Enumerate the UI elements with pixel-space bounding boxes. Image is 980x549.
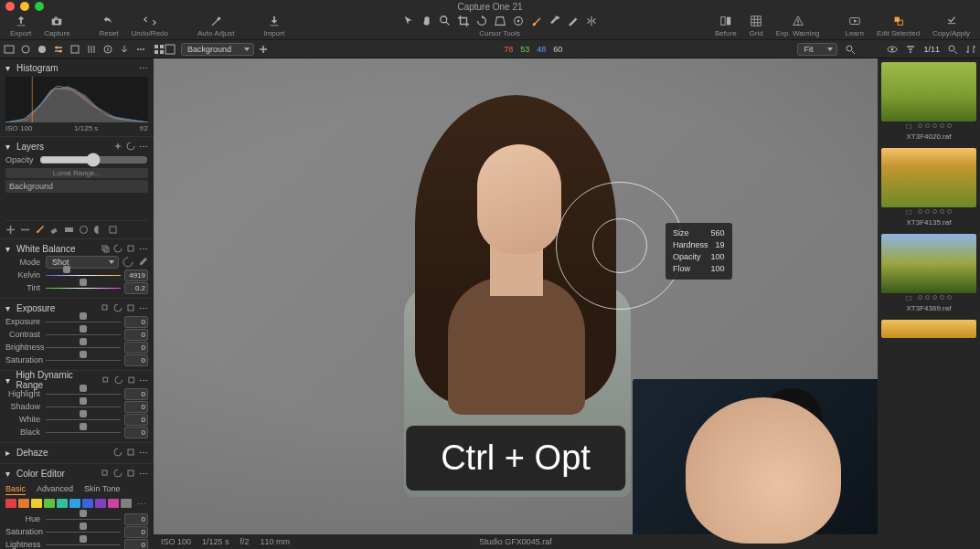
mirror-tool-icon[interactable] (585, 15, 598, 27)
before-button[interactable]: Before (708, 15, 743, 37)
preset-icon[interactable] (126, 469, 135, 478)
more-icon[interactable]: ⋯ (139, 375, 148, 385)
mask-gradient-icon[interactable] (64, 225, 74, 235)
color-swatch-0[interactable] (5, 499, 16, 508)
chevron-down-icon[interactable]: ▾ (5, 375, 13, 385)
wb-picker-icon[interactable] (137, 257, 148, 268)
hdr-value-2[interactable]: 0 (124, 414, 148, 426)
tint-value[interactable]: 0.2 (124, 282, 148, 294)
copy-icon[interactable] (101, 244, 110, 253)
close-window-icon[interactable] (5, 2, 15, 11)
copy-icon[interactable] (101, 469, 110, 478)
reset-button[interactable]: Reset (93, 15, 125, 37)
rotate-tool-icon[interactable] (475, 15, 488, 27)
adjust-tab-icon[interactable] (53, 44, 64, 55)
color-swatch-9[interactable] (121, 499, 132, 508)
color-swatch-7[interactable] (95, 499, 106, 508)
exp-warning-button[interactable]: Exp. Warning (770, 15, 826, 37)
luma-range-button[interactable]: Luma Range... (5, 168, 148, 178)
color-swatch-1[interactable] (18, 499, 29, 508)
image-canvas[interactable]: Size560 Hardness19 Opacity100 Flow100 Ct… (154, 58, 878, 534)
more-icon[interactable]: ⋯ (139, 244, 148, 253)
search-thumbs-icon[interactable] (947, 44, 958, 55)
swatch-more-icon[interactable]: ⋯ (137, 499, 146, 509)
color-swatch-4[interactable] (57, 499, 68, 508)
color-swatch-6[interactable] (82, 499, 93, 508)
layer-item-background[interactable]: Background (5, 180, 148, 193)
thumb-rating[interactable]: ☐ (881, 123, 976, 131)
tint-slider[interactable] (46, 282, 121, 293)
thumb-rating[interactable]: ☐ (881, 295, 976, 302)
preset-icon[interactable] (126, 303, 135, 312)
reset-icon[interactable] (113, 244, 122, 253)
ce-value-1[interactable]: 0 (124, 526, 148, 538)
image-viewer[interactable]: Size560 Hardness19 Opacity100 Flow100 Ct… (154, 58, 878, 549)
kelvin-value[interactable]: 4919 (124, 269, 148, 281)
ce-tab-basic[interactable]: Basic (5, 484, 26, 495)
hdr-value-1[interactable]: 0 (124, 401, 148, 413)
filter-icon[interactable] (905, 44, 916, 55)
exposure-value-3[interactable]: 0 (124, 354, 148, 366)
import-button[interactable]: Import (257, 15, 291, 37)
hdr-value-3[interactable]: 0 (124, 427, 148, 438)
search-icon[interactable] (845, 44, 856, 55)
color-swatch-3[interactable] (44, 499, 55, 508)
cycle-icon[interactable] (122, 257, 133, 268)
chevron-down-icon[interactable]: ▾ (5, 63, 13, 73)
capture-tab-icon[interactable] (20, 44, 31, 55)
auto-icon[interactable] (113, 142, 122, 151)
more-tab-icon[interactable] (135, 44, 146, 55)
reset-icon[interactable] (113, 448, 122, 457)
delete-layer-icon[interactable] (20, 225, 30, 235)
adjustments-tab-icon[interactable] (86, 44, 97, 55)
copy-icon[interactable] (101, 375, 111, 385)
spot-tool-icon[interactable] (512, 15, 525, 27)
exposure-value-1[interactable]: 0 (124, 329, 148, 341)
learn-button[interactable]: Learn (838, 15, 869, 37)
thumbnail-2[interactable]: ☐ XT3F4369.raf (881, 234, 976, 312)
edit-selected-button[interactable]: Edit Selected (870, 15, 926, 37)
layer-opacity-slider[interactable] (39, 155, 148, 164)
details-tab-icon[interactable] (69, 44, 80, 55)
exposure-value-2[interactable]: 0 (124, 342, 148, 354)
view-grid-icon[interactable] (154, 44, 165, 55)
capture-button[interactable]: Capture (37, 15, 76, 37)
library-tab-icon[interactable] (4, 44, 15, 55)
undo-redo-button[interactable]: Undo/Redo (125, 15, 175, 37)
maximize-window-icon[interactable] (35, 2, 44, 11)
ce-value-2[interactable]: 0 (124, 539, 148, 550)
preset-icon[interactable] (126, 244, 135, 253)
thumbnail-3[interactable] (881, 320, 976, 338)
hand-tool-icon[interactable] (421, 15, 433, 27)
chevron-down-icon[interactable]: ▾ (5, 142, 13, 152)
reset-icon[interactable] (114, 375, 123, 385)
chevron-down-icon[interactable]: ▾ (5, 469, 13, 479)
chevron-down-icon[interactable]: ▾ (5, 303, 13, 313)
crop-tool-icon[interactable] (457, 15, 470, 27)
preset-icon[interactable] (126, 448, 135, 457)
chevron-down-icon[interactable]: ▾ (5, 244, 13, 254)
metadata-tab-icon[interactable] (102, 44, 113, 55)
thumbnail-0[interactable]: ☐ XT3F4020.raf (881, 62, 976, 141)
color-swatch-8[interactable] (108, 499, 119, 508)
mask-erase-icon[interactable] (49, 225, 59, 235)
more-icon[interactable]: ⋯ (139, 448, 148, 457)
keystone-tool-icon[interactable] (494, 15, 506, 27)
output-tab-icon[interactable] (119, 44, 130, 55)
hdr-value-0[interactable]: 0 (124, 388, 148, 400)
minimize-window-icon[interactable] (20, 2, 29, 11)
more-icon[interactable]: ⋯ (139, 469, 148, 478)
preset-icon[interactable] (127, 375, 136, 385)
add-layer-icon[interactable] (5, 225, 16, 235)
exposure-value-0[interactable]: 0 (124, 316, 148, 328)
reset-icon[interactable] (113, 303, 122, 312)
chevron-right-icon[interactable]: ▸ (5, 448, 13, 458)
ce-slider-2[interactable] (46, 539, 121, 549)
mask-invert-icon[interactable] (93, 225, 103, 235)
auto-adjust-button[interactable]: Auto Adjust (191, 15, 240, 37)
exposure-slider-3[interactable] (46, 354, 121, 365)
ce-tab-advanced[interactable]: Advanced (37, 484, 73, 495)
copy-icon[interactable] (101, 303, 110, 312)
brush-tool-icon[interactable] (530, 15, 543, 27)
zoom-tool-icon[interactable] (439, 15, 452, 27)
